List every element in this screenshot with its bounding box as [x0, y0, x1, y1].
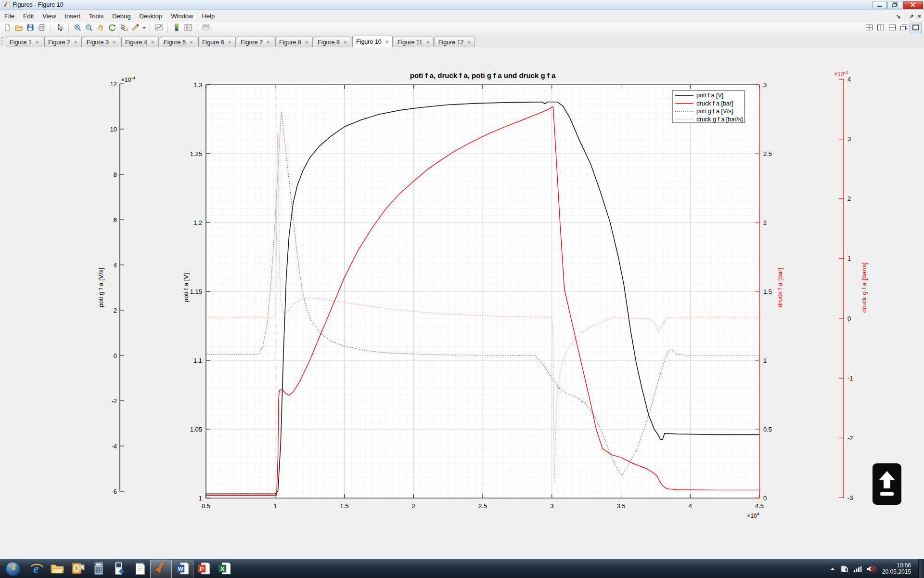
- tab-close-icon[interactable]: ×: [36, 39, 39, 46]
- measurement-app-icon: [112, 561, 127, 578]
- svg-text:3.5: 3.5: [616, 502, 625, 510]
- svg-text:P: P: [200, 565, 204, 571]
- menu-view[interactable]: View: [38, 11, 60, 21]
- tab-close-icon[interactable]: ×: [228, 39, 231, 46]
- tile-horizontal-button[interactable]: [886, 23, 898, 34]
- taskbar-word[interactable]: W: [172, 560, 193, 578]
- undock-figure-icon[interactable]: ↗: [909, 13, 914, 20]
- tab-figure-11[interactable]: Figure 11×: [394, 37, 434, 47]
- dock-figure-icon[interactable]: ↘: [896, 13, 901, 20]
- zoom-in-button[interactable]: [72, 23, 83, 34]
- taskbar-matlab[interactable]: [150, 560, 172, 578]
- network-icon[interactable]: [853, 565, 862, 573]
- tab-figure-3[interactable]: Figure 3×: [83, 37, 120, 47]
- tab-figure-2[interactable]: Figure 2×: [44, 37, 82, 47]
- float-windows-button[interactable]: [898, 23, 910, 34]
- menu-insert[interactable]: Insert: [60, 11, 85, 21]
- edit-cursor-button[interactable]: [54, 23, 65, 34]
- taskbar-outlook[interactable]: [67, 560, 88, 578]
- taskbar-windows-explorer[interactable]: [47, 560, 67, 578]
- taskbar-powerpoint[interactable]: P: [193, 560, 214, 578]
- taskbar-calculator[interactable]: [88, 560, 109, 578]
- svg-text:2: 2: [412, 502, 415, 510]
- tabstrip-drag-handle[interactable]: [1, 37, 4, 47]
- separator: [68, 24, 69, 33]
- screen-overlay-button[interactable]: [873, 463, 901, 505]
- menu-file[interactable]: File: [0, 11, 19, 21]
- tab-close-icon[interactable]: ×: [74, 39, 77, 46]
- tab-figure-7[interactable]: Figure 7×: [237, 37, 274, 47]
- brush-button[interactable]: [129, 23, 141, 34]
- tab-figure-6[interactable]: Figure 6×: [198, 37, 236, 47]
- plot-tools-button[interactable]: [200, 23, 212, 34]
- tab-label: Figure 7: [241, 39, 263, 46]
- taskbar-clock[interactable]: 10:56 20.05.2015: [882, 563, 911, 575]
- insert-colorbar-button[interactable]: [171, 23, 182, 34]
- tab-figure-8[interactable]: Figure 8×: [275, 37, 313, 47]
- separator: [197, 24, 197, 33]
- save-figure-button[interactable]: [25, 23, 36, 34]
- tab-close-icon[interactable]: ×: [426, 39, 430, 46]
- tab-figure-1[interactable]: Figure 1×: [6, 37, 43, 47]
- svg-text:4: 4: [689, 502, 692, 510]
- rotate-3d-button[interactable]: [106, 23, 118, 34]
- link-plot-button[interactable]: [153, 23, 165, 34]
- tile-vertical-button[interactable]: [875, 23, 886, 34]
- restore-button[interactable]: [887, 1, 902, 9]
- maximize-view-button[interactable]: [910, 23, 922, 34]
- tab-label: Figure 8: [279, 39, 301, 46]
- close-button[interactable]: [903, 1, 923, 9]
- svg-text:e: e: [33, 561, 38, 575]
- svg-text:1.5: 1.5: [340, 502, 348, 510]
- plot-legend[interactable]: poti f a [V]druck f a [bar]poti g f a [V…: [672, 91, 744, 123]
- show-desktop-button[interactable]: [918, 559, 924, 578]
- tab-figure-5[interactable]: Figure 5×: [160, 37, 197, 47]
- data-cursor-button[interactable]: [118, 23, 129, 34]
- menu-help[interactable]: Help: [197, 11, 219, 21]
- title-bar[interactable]: Figures - Figure 10: [0, 0, 924, 10]
- menu-bar: FileEditViewInsertToolsDebugDesktopWindo…: [0, 10, 924, 23]
- print-figure-button[interactable]: [36, 23, 48, 34]
- tab-close-icon[interactable]: ×: [385, 39, 389, 45]
- menu-edit[interactable]: Edit: [19, 11, 38, 21]
- tab-figure-10[interactable]: Figure 10×: [352, 36, 393, 47]
- insert-legend-button[interactable]: [182, 23, 194, 34]
- menu-tools[interactable]: Tools: [85, 11, 108, 21]
- tab-close-icon[interactable]: ×: [190, 39, 193, 46]
- zoom-out-button[interactable]: [83, 23, 95, 34]
- svg-text:-2: -2: [847, 434, 853, 442]
- tile-grid-button[interactable]: [863, 23, 875, 34]
- taskbar-notepad[interactable]: [129, 560, 150, 578]
- tab-close-icon[interactable]: ×: [344, 39, 347, 46]
- tab-close-icon[interactable]: ×: [305, 39, 308, 46]
- taskbar-measurement-app[interactable]: [109, 560, 129, 578]
- new-figure-button[interactable]: [1, 23, 13, 34]
- tab-close-icon[interactable]: ×: [267, 39, 270, 46]
- matlab-icon: [154, 561, 168, 578]
- menu-debug[interactable]: Debug: [108, 11, 135, 21]
- hidden-icons-icon[interactable]: [829, 565, 836, 572]
- menu-window[interactable]: Window: [167, 11, 197, 21]
- upload-arrow-icon: [876, 469, 898, 499]
- taskbar-excel[interactable]: X: [214, 560, 235, 578]
- brush-dropdown-button[interactable]: [141, 23, 147, 34]
- open-file-button[interactable]: [13, 23, 25, 34]
- close-panel-icon[interactable]: ×: [918, 13, 921, 20]
- tab-close-icon[interactable]: ×: [468, 39, 471, 46]
- tab-figure-12[interactable]: Figure 12×: [435, 37, 475, 47]
- svg-text:4: 4: [114, 262, 117, 269]
- tab-figure-4[interactable]: Figure 4×: [121, 37, 159, 47]
- windows-orb-icon: [5, 561, 21, 577]
- pan-button[interactable]: [95, 23, 106, 34]
- svg-text:12: 12: [110, 80, 117, 88]
- start-button[interactable]: [0, 559, 26, 578]
- minimize-button[interactable]: [872, 1, 887, 9]
- menu-desktop[interactable]: Desktop: [135, 11, 167, 21]
- volume-muted-icon[interactable]: [866, 565, 876, 573]
- tab-figure-9[interactable]: Figure 9×: [314, 37, 351, 47]
- power-icon[interactable]: [840, 565, 849, 573]
- svg-text:0.5: 0.5: [763, 426, 772, 433]
- taskbar-internet-explorer[interactable]: e: [26, 560, 47, 578]
- tab-close-icon[interactable]: ×: [151, 39, 154, 46]
- tab-close-icon[interactable]: ×: [113, 39, 116, 46]
